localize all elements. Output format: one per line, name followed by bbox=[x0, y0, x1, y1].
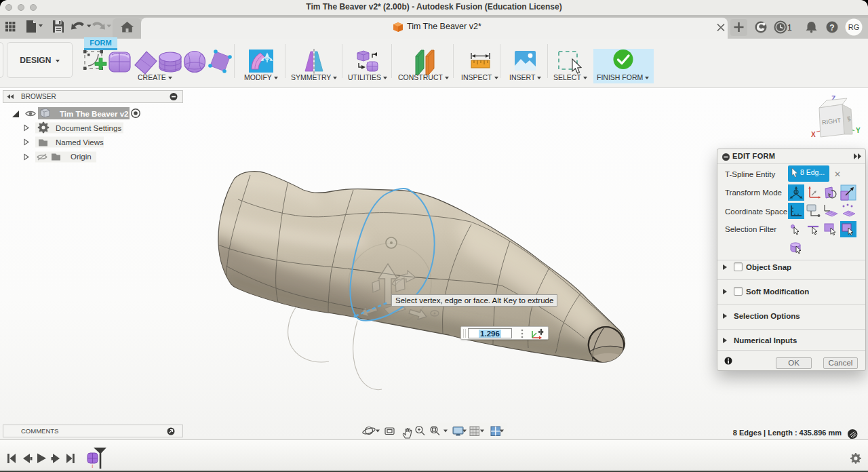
svg-text:X: X bbox=[811, 131, 816, 138]
svg-text:RG: RG bbox=[848, 23, 860, 31]
svg-text:Y: Y bbox=[856, 127, 861, 134]
svg-text:Document Settings: Document Settings bbox=[56, 124, 121, 132]
svg-text:Named Views: Named Views bbox=[56, 138, 104, 146]
svg-text:Tim The Beaver v2: Tim The Beaver v2 bbox=[60, 110, 128, 118]
svg-text:1: 1 bbox=[787, 23, 792, 33]
svg-text:Origin: Origin bbox=[71, 153, 92, 161]
svg-text:?: ? bbox=[829, 23, 834, 33]
